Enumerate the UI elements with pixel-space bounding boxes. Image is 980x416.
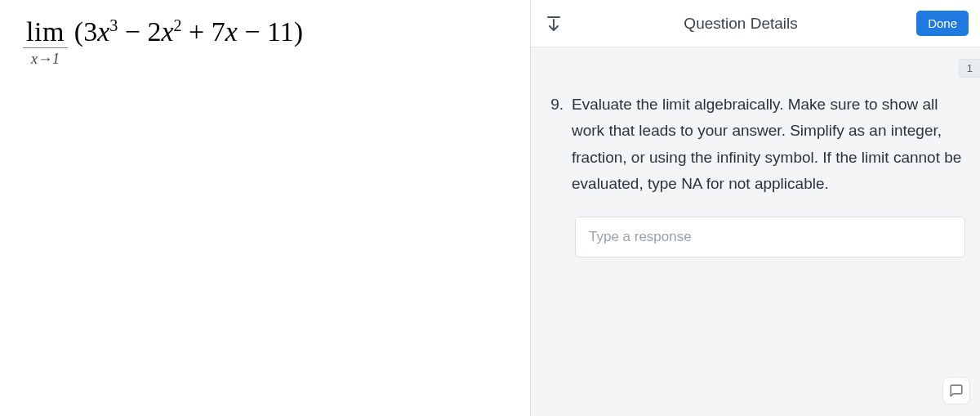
limit-subscript: x→1: [31, 51, 60, 66]
question-row: 9. Evaluate the limit algebraically. Mak…: [546, 92, 965, 197]
details-pane: Question Details Done 1 9. Evaluate the …: [531, 0, 980, 416]
polynomial: (3x3 − 2x2 + 7x − 11): [74, 18, 303, 46]
response-input[interactable]: Type a response: [575, 217, 965, 257]
details-body: 1 9. Evaluate the limit algebraically. M…: [531, 47, 980, 416]
done-button[interactable]: Done: [916, 11, 969, 36]
details-header: Question Details Done: [531, 0, 980, 47]
question-prompt: Evaluate the limit algebraically. Make s…: [572, 92, 965, 197]
chat-icon[interactable]: [942, 377, 970, 405]
limit-operator: lim x→1: [23, 18, 68, 66]
points-badge: 1: [959, 59, 980, 78]
limit-expression: lim x→1 (3x3 − 2x2 + 7x − 11): [23, 18, 303, 66]
details-title: Question Details: [565, 15, 916, 33]
question-number: 9.: [546, 92, 572, 197]
limit-word: lim: [23, 18, 68, 48]
problem-pane: lim x→1 (3x3 − 2x2 + 7x − 11): [0, 0, 531, 416]
collapse-down-icon[interactable]: [542, 12, 565, 35]
